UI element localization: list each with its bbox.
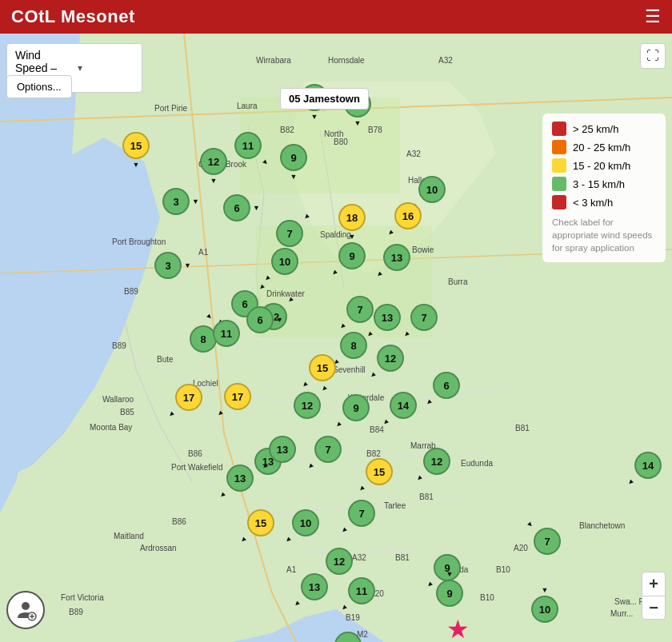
station-marker[interactable]: 3▼ (162, 188, 190, 215)
options-button[interactable]: Options... (6, 75, 72, 98)
station-marker[interactable]: 12▼ (423, 448, 450, 475)
map-city-label: B85 (120, 408, 134, 417)
station-marker[interactable]: 6▼ (223, 194, 250, 221)
map-city-label: Bowie (412, 245, 434, 254)
legend-label: 20 - 25 km/h (573, 142, 630, 154)
station-marker[interactable]: 17▼ (224, 383, 251, 410)
wind-direction-arrow: ▼ (349, 233, 356, 241)
map-city-label: Hornsdale (328, 56, 365, 65)
wind-direction-arrow: ▼ (210, 177, 218, 185)
map-city-label: Moonta Bay (90, 423, 132, 432)
legend-item: 3 - 15 km/h (552, 177, 656, 191)
station-marker[interactable]: 6▼ (433, 372, 460, 399)
legend-item: 20 - 25 km/h (552, 140, 656, 154)
station-marker[interactable]: 10▼ (531, 596, 558, 623)
legend-color-swatch (552, 195, 566, 209)
station-marker[interactable]: 11▼ (234, 132, 262, 159)
station-marker[interactable]: 11▼ (348, 577, 375, 604)
map-city-label: B10 (480, 593, 494, 602)
station-marker[interactable]: 9▼ (342, 394, 370, 421)
station-marker[interactable]: 12▼ (326, 548, 353, 575)
station-marker[interactable]: 13▼ (301, 573, 328, 600)
station-marker[interactable]: 12▼ (377, 345, 404, 372)
svg-point-5 (22, 602, 30, 610)
station-marker[interactable]: 9▼ (280, 144, 307, 171)
station-marker[interactable]: 12▼ (294, 392, 321, 419)
legend-color-swatch (552, 140, 566, 154)
station-marker[interactable]: 13▼ (269, 436, 296, 463)
tooltip-text: 05 Jamestown (289, 93, 360, 105)
map-city-label: Eudunda (461, 459, 493, 468)
station-marker[interactable]: 17▼ (175, 384, 202, 411)
station-marker[interactable]: 7▼ (276, 220, 303, 247)
station-marker[interactable]: 13▼ (374, 304, 401, 331)
wind-direction-arrow: ▼ (446, 570, 454, 578)
station-marker[interactable]: 15▼ (247, 509, 274, 536)
station-marker[interactable]: 10▼ (292, 509, 319, 536)
map-city-label: B19 (346, 613, 360, 622)
zoom-in-button[interactable]: + (642, 572, 666, 596)
legend-color-swatch (552, 158, 566, 173)
station-marker[interactable]: 15▼ (366, 458, 393, 485)
map-city-label: B80 (334, 138, 348, 146)
legend-label: < 3 km/h (573, 197, 613, 209)
profile-settings-button[interactable] (6, 591, 45, 629)
map-city-label: A32 (352, 553, 366, 562)
map-city-label: Wirrabara (256, 56, 291, 65)
station-marker[interactable]: 7▼ (348, 500, 375, 527)
station-marker[interactable]: 10▼ (271, 248, 298, 275)
map-city-label: Port Pirie (154, 104, 187, 113)
wind-direction-arrow: ▼ (184, 261, 191, 269)
profile-icon (14, 599, 37, 621)
station-marker[interactable]: 9▼ (338, 242, 366, 269)
wind-direction-arrow: ▼ (354, 119, 362, 127)
map-city-label: B89 (112, 341, 126, 350)
map-container[interactable]: 05 Jamestown Wind Speed – 10m ▾ Options.… (0, 34, 672, 642)
station-tooltip: 05 Jamestown (280, 88, 369, 110)
map-city-label: Spalding (320, 230, 351, 239)
station-marker[interactable]: 7▼ (534, 528, 561, 555)
map-city-label: Drinkwater (266, 289, 305, 298)
station-marker[interactable]: 10▼ (418, 176, 446, 203)
station-marker[interactable]: 18▼ (338, 204, 366, 231)
fullscreen-icon: ⛶ (646, 49, 659, 63)
map-city-label: B86 (188, 449, 202, 458)
map-city-label: B81 (515, 424, 530, 433)
map-city-label: B86 (172, 517, 186, 526)
map-city-label: Tarlee (384, 501, 406, 510)
station-marker[interactable]: 9▼ (436, 580, 463, 607)
station-marker[interactable]: 7▼ (346, 296, 374, 323)
map-city-label: B78 (368, 126, 382, 134)
station-marker[interactable]: 14▼ (634, 452, 662, 479)
station-marker[interactable]: 8▼ (340, 332, 367, 359)
map-city-label: B89 (124, 287, 138, 296)
map-city-label: Sevenhill (333, 365, 366, 374)
wind-direction-arrow: ▼ (276, 316, 283, 324)
station-marker[interactable]: 14▼ (390, 392, 417, 419)
map-city-label: B10 (496, 565, 510, 574)
station-marker[interactable]: 3▼ (154, 252, 182, 279)
legend-label: 15 - 20 km/h (573, 160, 630, 172)
hamburger-icon[interactable]: ☰ (645, 6, 661, 27)
station-marker[interactable]: 7▼ (314, 436, 342, 463)
map-city-label: Maitland (114, 532, 144, 540)
legend-label: 3 - 15 km/h (573, 178, 625, 190)
station-marker[interactable]: 7▼ (410, 304, 438, 331)
station-marker[interactable]: 15▼ (122, 132, 150, 159)
station-marker[interactable]: 11▼ (213, 320, 240, 347)
station-marker[interactable]: 13▼ (383, 244, 410, 271)
station-marker[interactable]: 16▼ (394, 202, 422, 229)
station-marker[interactable]: 13▼ (226, 465, 254, 492)
svg-rect-3 (240, 98, 400, 193)
zoom-out-button[interactable]: − (642, 596, 666, 620)
app-header: COtL Mesonet ☰ (0, 0, 672, 34)
legend-item: 15 - 20 km/h (552, 158, 656, 173)
map-city-label: Burra (448, 277, 467, 286)
fullscreen-button[interactable]: ⛶ (640, 43, 666, 69)
map-city-label: A20 (514, 544, 528, 552)
station-marker[interactable]: 12▼ (200, 148, 227, 175)
station-marker[interactable]: 6▼ (246, 306, 274, 333)
dropdown-arrow-icon: ▾ (78, 62, 134, 74)
station-marker[interactable]: 15▼ (309, 354, 336, 381)
map-city-label: A32 (438, 56, 453, 65)
